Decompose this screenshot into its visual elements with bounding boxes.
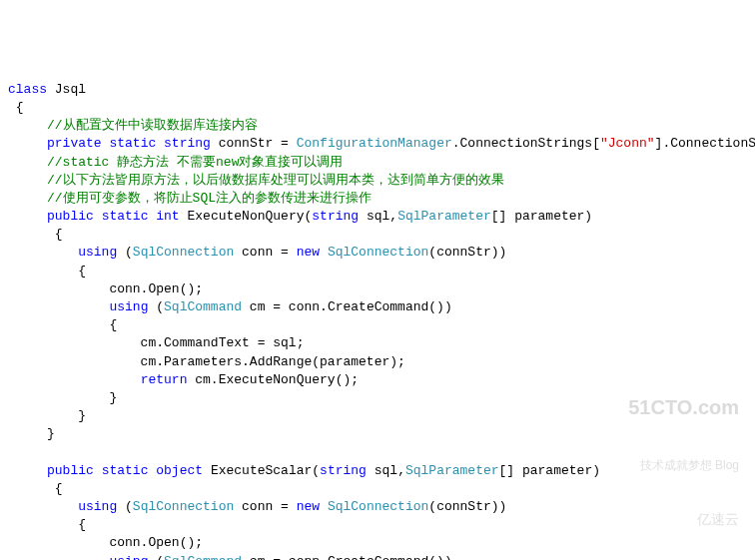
indent [8,191,47,206]
type: SqlParameter [397,209,491,224]
identifier: (connStr)) [428,499,506,514]
type: SqlParameter [405,463,499,478]
type: SqlConnection [133,245,234,260]
indent [8,372,141,387]
identifier: (connStr)) [428,245,506,260]
identifier: ( [117,245,133,260]
indent [8,299,109,314]
indent [8,155,47,170]
keyword: using [78,245,117,260]
keyword: string [312,209,359,224]
identifier: sql, [359,209,397,224]
type: SqlConnection [133,499,234,514]
identifier: ].ConnectionString; [655,136,755,151]
comment: //从配置文件中读取数据库连接内容 [47,118,258,133]
code-line: conn.Open(); [8,535,203,550]
type: SqlConnection [328,499,428,514]
keyword: object [156,463,203,478]
keyword: new [297,499,320,514]
identifier: sql, [367,463,405,478]
indent [8,554,109,560]
identifier: .ConnectionStrings[ [452,136,600,151]
comment: //static 静态方法 不需要new对象直接可以调用 [47,155,343,170]
keyword: public [47,209,94,224]
keyword: string [164,136,211,151]
keyword: int [156,209,179,224]
type: SqlCommand [164,554,242,560]
identifier: ExecuteScalar( [203,463,320,478]
brace: { [8,264,86,279]
identifier: [] parameter) [499,463,600,478]
code-line: cm.Parameters.AddRange(parameter); [8,354,405,369]
identifier: conn = [234,499,296,514]
keyword: return [141,372,188,387]
identifier: cm = conn.CreateCommand()) [242,554,452,560]
brace: } [8,408,86,423]
code-line: conn.Open(); [8,281,203,296]
comment: //使用可变参数，将防止SQL注入的参数传进来进行操作 [47,191,372,206]
indent [8,136,47,151]
keyword: public [47,463,94,478]
brace: } [8,426,55,441]
indent [8,118,47,133]
indent [8,245,78,260]
keyword: using [78,499,117,514]
indent [8,499,78,514]
keyword: static [109,136,156,151]
identifier: cm.ExecuteNonQuery(); [187,372,359,387]
identifier: Jsql [47,82,86,97]
string: "Jconn" [600,136,655,151]
type: SqlCommand [164,299,242,314]
identifier: ( [148,554,164,560]
keyword: using [109,299,148,314]
brace: { [8,517,86,532]
keyword: using [109,554,148,560]
keyword: private [47,136,102,151]
identifier: [] parameter) [491,209,592,224]
type: ConfigurationManager [297,136,452,151]
identifier: ( [117,499,133,514]
indent [8,209,47,224]
keyword: static [102,463,149,478]
brace: { [8,481,63,496]
indent [8,463,47,478]
keyword: string [320,463,367,478]
type: SqlConnection [328,245,428,260]
identifier: connStr = [211,136,297,151]
brace: } [8,390,117,405]
brace: { [8,227,63,242]
keyword: static [102,209,149,224]
keyword: class [8,82,47,97]
keyword: new [297,245,320,260]
identifier: ExecuteNonQuery( [180,209,313,224]
code-block: class Jsql { //从配置文件中读取数据库连接内容 private s… [8,81,747,560]
brace: { [8,317,117,332]
comment: //以下方法皆用原方法，以后做数据库处理可以调用本类，达到简单方便的效果 [47,173,504,188]
indent [8,173,47,188]
identifier: ( [148,299,164,314]
code-line: cm.CommandText = sql; [8,335,304,350]
identifier: cm = conn.CreateCommand()) [242,299,452,314]
brace: { [8,100,24,115]
identifier: conn = [234,245,296,260]
